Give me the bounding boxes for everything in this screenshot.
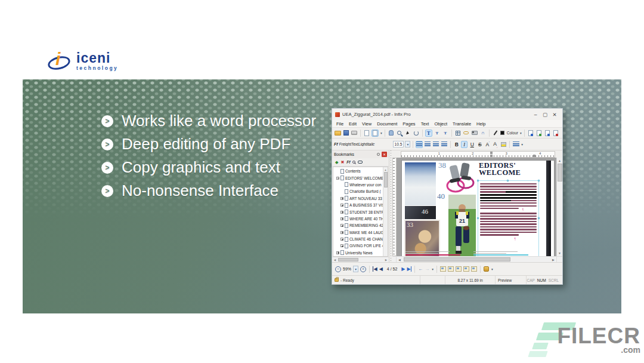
expand-icon[interactable]: [340, 211, 343, 214]
save-icon[interactable]: [342, 130, 349, 137]
continuous-facing-layout-icon[interactable]: [463, 266, 469, 272]
scroll-up-icon[interactable]: ▲: [384, 167, 386, 172]
continuous-layout-icon[interactable]: [448, 266, 454, 272]
menu-file[interactable]: File: [336, 121, 343, 127]
expand-icon[interactable]: [340, 224, 343, 227]
tab-marker[interactable]: [490, 155, 493, 157]
scroll-right-icon[interactable]: ▶: [383, 259, 389, 262]
strikethrough-button[interactable]: S: [476, 141, 483, 147]
page-view-icon[interactable]: [371, 130, 379, 137]
import-translation-icon[interactable]: [535, 130, 543, 137]
remove-translation-icon[interactable]: [552, 130, 559, 137]
text-tool-icon[interactable]: T: [425, 130, 432, 137]
print-icon[interactable]: [351, 130, 358, 137]
superscript-button[interactable]: A': [484, 141, 491, 147]
title-bar[interactable]: UEA_Ziggurat_2014.pdf - Infix Pro – ▢ ✕: [332, 109, 562, 120]
camera-tool-icon[interactable]: [471, 130, 478, 137]
highlighter-icon[interactable]: [500, 141, 507, 148]
expand-icon[interactable]: [340, 217, 343, 220]
vertical-text-tool-icon[interactable]: T: [442, 130, 449, 137]
menu-pages[interactable]: Pages: [402, 121, 415, 127]
selected-text-frame[interactable]: ¶ ¶: [478, 180, 539, 256]
collapse-icon[interactable]: [336, 177, 339, 180]
add-bookmark-icon[interactable]: ◆: [335, 160, 338, 165]
bookmarks-horizontal-scrollbar[interactable]: ◀ ▶: [332, 257, 389, 262]
stamp-tool-icon[interactable]: [484, 266, 489, 272]
bookmark-item[interactable]: WHERE ARE 40 THE: [333, 216, 383, 222]
bookmark-item[interactable]: EDITORS' WELCOME: [333, 174, 383, 181]
scroll-thumb[interactable]: [384, 172, 388, 187]
bookmark-item[interactable]: CLIMATE 46 CHAN: [333, 236, 383, 242]
expand-icon[interactable]: [336, 251, 339, 254]
scroll-left-icon[interactable]: ◀: [397, 257, 402, 262]
new-page-icon[interactable]: [363, 130, 370, 137]
bookmark-item[interactable]: ART NOUVEAU 33: [333, 195, 383, 202]
chevron-down-icon[interactable]: ▾: [520, 131, 522, 135]
align-right-icon[interactable]: [432, 141, 439, 148]
scroll-thumb[interactable]: [338, 258, 358, 262]
chevron-down-icon[interactable]: ▾: [380, 131, 382, 135]
menu-object[interactable]: Object: [434, 121, 447, 127]
scroll-thumb[interactable]: [404, 257, 510, 262]
panel-close-icon[interactable]: ✕: [382, 152, 387, 157]
last-page-button[interactable]: ▶: [407, 266, 412, 272]
select-tool-icon[interactable]: [404, 130, 411, 137]
chevron-down-icon[interactable]: ▾: [491, 267, 493, 271]
colour-swatch[interactable]: [500, 131, 504, 135]
line-spacing-icon[interactable]: [512, 141, 519, 148]
scroll-left-icon[interactable]: ◀: [332, 259, 338, 262]
expand-icon[interactable]: [340, 238, 343, 241]
bookmark-item[interactable]: Charlotte Burford (: [333, 188, 383, 195]
bookmarks-vertical-scrollbar[interactable]: ▲: [383, 167, 388, 256]
bookmark-item[interactable]: Whatever your con: [333, 182, 383, 188]
align-center-icon[interactable]: [424, 141, 431, 148]
document-vertical-scrollbar[interactable]: ▲ ▼: [556, 158, 562, 256]
bookmark-item[interactable]: University News: [333, 250, 383, 256]
close-button[interactable]: ✕: [550, 112, 559, 118]
tab-marker[interactable]: [533, 155, 535, 157]
maximize-button[interactable]: ▢: [540, 112, 550, 118]
expand-icon[interactable]: [340, 244, 343, 247]
rotate-tool-icon[interactable]: [413, 130, 420, 137]
scroll-up-icon[interactable]: ▲: [558, 158, 561, 164]
expand-icon[interactable]: [340, 204, 343, 207]
align-justify-icon[interactable]: [441, 141, 448, 148]
path-tool-icon[interactable]: ∩: [479, 130, 487, 137]
search-icon[interactable]: [352, 161, 355, 164]
bookmark-item[interactable]: A BUSINESS 37 VISI: [333, 202, 383, 208]
page-indicator[interactable]: 4 / 52: [387, 267, 398, 271]
delete-bookmark-icon[interactable]: ✖: [340, 160, 344, 165]
bookmark-item[interactable]: Contents: [333, 168, 383, 174]
history-back-icon[interactable]: ←: [418, 266, 423, 272]
pdf-page[interactable]: 38 40 46 33: [401, 160, 555, 256]
chevron-down-icon[interactable]: ▾: [521, 143, 523, 146]
zoom-out-button[interactable]: −: [335, 266, 341, 272]
page-canvas[interactable]: 38 40 46 33: [397, 158, 556, 256]
bookmark-item[interactable]: REMEMBERING 42 I: [333, 222, 383, 229]
tab-marker[interactable]: [490, 152, 493, 154]
bookmark-font-icon[interactable]: Ff: [346, 160, 350, 164]
underline-button[interactable]: U: [469, 141, 475, 147]
chevron-down-icon[interactable]: ▾: [432, 267, 434, 271]
bookmark-item[interactable]: GIVING FOR LIFE 45: [333, 242, 383, 249]
font-name-select[interactable]: FreightTextLightItalic: [339, 142, 392, 146]
export-translation-icon[interactable]: [544, 130, 551, 137]
menu-edit[interactable]: Edit: [349, 121, 357, 127]
scroll-right-icon[interactable]: ▶: [550, 257, 556, 262]
document-horizontal-scrollbar[interactable]: ◀ ▶: [392, 256, 562, 262]
full-screen-layout-icon[interactable]: [471, 266, 477, 272]
align-left-icon[interactable]: [416, 141, 423, 148]
zoom-dropdown[interactable]: ▾: [353, 266, 358, 272]
hand-tool-icon[interactable]: [388, 130, 395, 137]
zoom-in-button[interactable]: +: [360, 266, 366, 272]
menu-text[interactable]: Text: [421, 121, 429, 127]
colour-label[interactable]: Colour: [507, 131, 518, 135]
linked-text-tool-icon[interactable]: T: [434, 130, 441, 137]
facing-pages-layout-icon[interactable]: [456, 266, 462, 272]
crop-tool-icon[interactable]: [454, 130, 462, 137]
zoom-tool-icon[interactable]: [396, 130, 403, 137]
scroll-down-icon[interactable]: ▼: [558, 250, 561, 256]
font-size-input[interactable]: 10.5: [393, 141, 404, 147]
expand-icon[interactable]: [340, 197, 343, 200]
history-forward-icon[interactable]: →: [425, 266, 429, 272]
